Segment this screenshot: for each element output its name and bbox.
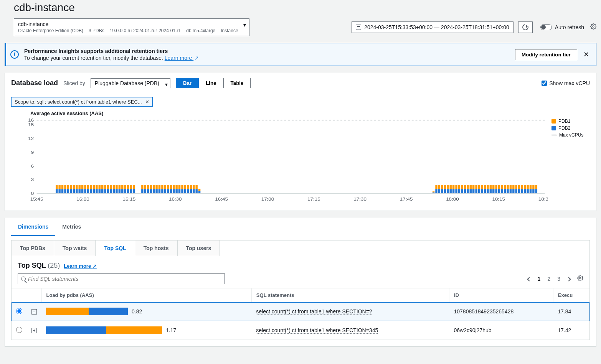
table-row[interactable]: +1.17select count(*) ct from table1 wher… xyxy=(12,321,589,340)
svg-rect-112 xyxy=(190,189,192,193)
auto-refresh-toggle[interactable]: Auto refresh xyxy=(540,24,584,30)
slice-by-select[interactable]: Pluggable Database (PDB) ▾ xyxy=(91,78,170,88)
page-next[interactable] xyxy=(566,275,572,283)
svg-rect-34 xyxy=(73,189,75,193)
svg-rect-25 xyxy=(58,185,60,189)
tab-metrics[interactable]: Metrics xyxy=(55,218,88,236)
scope-chip-remove[interactable]: ✕ xyxy=(145,99,149,105)
svg-rect-95 xyxy=(164,185,166,189)
svg-rect-180 xyxy=(518,189,520,193)
svg-rect-43 xyxy=(84,185,86,189)
col-load[interactable]: Load by pdbs (AAS) xyxy=(41,288,251,302)
svg-rect-164 xyxy=(495,189,497,193)
expand-row-button[interactable]: + xyxy=(31,328,37,333)
svg-rect-123 xyxy=(435,185,437,189)
page-prev[interactable] xyxy=(526,275,532,283)
time-range-value: 2024-03-25T15:33:53+00:00 — 2024-03-25T1… xyxy=(364,24,509,30)
view-bar-button[interactable]: Bar xyxy=(176,78,199,88)
svg-text:16:45: 16:45 xyxy=(215,197,228,202)
row-radio[interactable] xyxy=(16,308,22,314)
svg-rect-176 xyxy=(512,189,514,193)
modify-retention-button[interactable]: Modify retention tier xyxy=(515,49,577,60)
load-bar: 1.17 xyxy=(46,326,247,334)
page-1[interactable]: 1 xyxy=(536,275,542,283)
svg-rect-105 xyxy=(178,185,180,189)
svg-rect-157 xyxy=(484,185,486,189)
database-load-panel: Database load Sliced by Pluggable Databa… xyxy=(5,73,596,211)
col-id[interactable]: ID xyxy=(449,288,553,302)
svg-rect-150 xyxy=(475,189,477,193)
svg-rect-113 xyxy=(190,185,192,189)
svg-rect-55 xyxy=(101,185,103,189)
col-sql[interactable]: SQL statements xyxy=(251,288,449,302)
top-sql-learn-more[interactable]: Learn more ↗ xyxy=(64,263,96,269)
page-title: cdb-instance xyxy=(14,2,596,14)
svg-text:17:00: 17:00 xyxy=(261,197,274,202)
time-range-picker[interactable]: 2024-03-25T15:33:53+00:00 — 2024-03-25T1… xyxy=(352,21,513,33)
svg-rect-44 xyxy=(87,189,89,193)
svg-rect-56 xyxy=(104,189,106,193)
sql-id: 10780851849235265428 xyxy=(449,302,553,321)
svg-rect-87 xyxy=(153,185,155,189)
svg-point-0 xyxy=(593,26,594,27)
view-table-button[interactable]: Table xyxy=(224,78,251,88)
tab-top-users[interactable]: Top users xyxy=(178,240,220,256)
svg-rect-28 xyxy=(64,189,66,193)
tab-top-sql[interactable]: Top SQL xyxy=(96,240,135,256)
show-max-vcpu-checkbox[interactable] xyxy=(542,81,547,86)
svg-rect-54 xyxy=(101,189,103,193)
tab-dimensions[interactable]: Dimensions xyxy=(11,218,55,236)
svg-rect-33 xyxy=(70,185,72,189)
sql-search-input-wrapper[interactable] xyxy=(18,273,225,284)
sql-statement[interactable]: select count(*) ct from table1 where SEC… xyxy=(256,327,378,333)
svg-rect-96 xyxy=(167,189,169,193)
sliced-by-label: Sliced by xyxy=(63,80,85,86)
major-tabs: Dimensions Metrics xyxy=(5,218,596,236)
table-row[interactable]: −0.82select count(*) ct from table1 wher… xyxy=(12,302,589,321)
aas-chart[interactable]: 036912151615:4516:0016:1516:3016:4517:00… xyxy=(23,119,548,203)
svg-rect-192 xyxy=(535,189,537,193)
col-exec[interactable]: Execu xyxy=(553,288,589,302)
svg-rect-159 xyxy=(487,185,489,189)
row-radio[interactable] xyxy=(16,327,22,333)
svg-rect-108 xyxy=(184,189,186,193)
view-line-button[interactable]: Line xyxy=(199,78,223,88)
tab-top-waits[interactable]: Top waits xyxy=(54,240,96,256)
page-2[interactable]: 2 xyxy=(546,275,552,283)
svg-text:16: 16 xyxy=(28,119,34,123)
svg-rect-135 xyxy=(452,185,454,189)
page-3[interactable]: 3 xyxy=(556,275,562,283)
svg-rect-191 xyxy=(532,185,534,189)
top-sql-title: Top SQL xyxy=(18,262,46,269)
svg-rect-58 xyxy=(107,189,109,193)
banner-learn-more-link[interactable]: Learn more ↗ xyxy=(165,55,199,61)
svg-rect-155 xyxy=(481,185,483,189)
svg-rect-85 xyxy=(150,185,152,189)
svg-rect-189 xyxy=(530,185,532,189)
settings-gear-icon[interactable] xyxy=(590,23,596,31)
svg-rect-27 xyxy=(61,185,63,189)
svg-rect-60 xyxy=(110,189,112,193)
svg-rect-185 xyxy=(524,185,526,189)
table-settings-gear[interactable] xyxy=(577,275,583,283)
tab-top-pdbs[interactable]: Top PDBs xyxy=(12,240,54,256)
refresh-button[interactable] xyxy=(518,21,533,33)
svg-rect-175 xyxy=(510,185,512,189)
svg-rect-141 xyxy=(461,185,463,189)
scope-filter-chip[interactable]: Scope to: sql : select count(*) ct from … xyxy=(11,97,153,107)
chart-title: Average active sessions (AAS) xyxy=(30,110,590,116)
svg-rect-99 xyxy=(170,185,172,189)
svg-rect-115 xyxy=(193,185,195,189)
svg-rect-107 xyxy=(181,185,183,189)
instance-selector[interactable]: cdb-instance Oracle Enterprise Edition (… xyxy=(14,18,249,36)
svg-text:9: 9 xyxy=(31,150,34,155)
sql-search-input[interactable] xyxy=(28,276,221,282)
svg-point-194 xyxy=(580,277,581,279)
svg-rect-111 xyxy=(187,185,189,189)
expand-row-button[interactable]: − xyxy=(31,309,37,315)
sql-statement[interactable]: select count(*) ct from table1 where SEC… xyxy=(256,308,372,315)
svg-rect-42 xyxy=(84,189,86,193)
svg-text:16:30: 16:30 xyxy=(169,197,182,202)
tab-top-hosts[interactable]: Top hosts xyxy=(135,240,178,256)
close-banner-button[interactable]: ✕ xyxy=(582,49,591,60)
